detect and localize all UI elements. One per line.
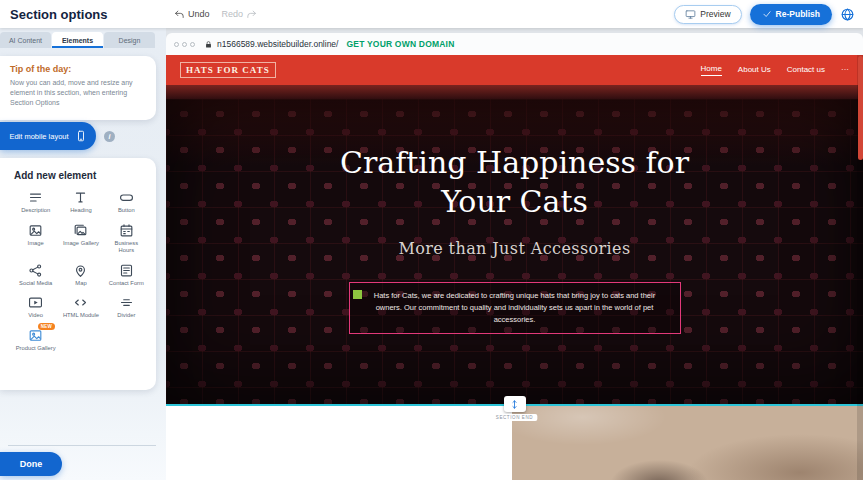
globe-icon[interactable] [840, 7, 855, 22]
element-label: Description [21, 207, 50, 215]
preview-area: n1566589.websitebuilder.online/ GET YOUR… [166, 28, 863, 480]
element-label: Image Gallery [63, 240, 99, 248]
element-business-hours[interactable]: Business Hours [105, 223, 148, 255]
map-icon [73, 263, 88, 278]
element-video[interactable]: Video [14, 295, 57, 320]
tab-ai-content[interactable]: AI Content [0, 32, 51, 48]
element-heading[interactable]: Heading [59, 190, 102, 215]
topbar: Section options Undo Redo Preview Re-Pub… [0, 0, 863, 28]
element-divider[interactable]: Divider [105, 295, 148, 320]
nav-contact-us[interactable]: Contact us [787, 65, 825, 76]
hero-paragraph: Hats for Cats, we are dedicated to craft… [362, 290, 668, 326]
element-label: Button [118, 207, 135, 215]
edit-mobile-row: Edit mobile layout i [0, 122, 115, 150]
business-hours-icon [119, 223, 134, 238]
hero-heading-line2: Your Cats [166, 182, 863, 221]
section-end-label: SECTION END [492, 414, 537, 421]
description-icon [28, 190, 43, 205]
check-icon [762, 9, 772, 19]
social-media-icon [28, 263, 43, 278]
tip-card: Tip of the day: Now you can add, move an… [0, 56, 156, 120]
hero-subheading: More than Just Accessories [166, 239, 863, 258]
hero-section: Crafting Happiness for Your Cats More th… [166, 99, 863, 404]
sidebar-divider [8, 445, 156, 446]
info-icon[interactable]: i [104, 131, 115, 142]
video-icon [28, 295, 43, 310]
image-gallery-icon [73, 223, 88, 238]
element-button[interactable]: Button [105, 190, 148, 215]
element-label: Social Media [19, 280, 52, 288]
window-dot [174, 42, 179, 47]
nav-home[interactable]: Home [701, 64, 722, 76]
element-image[interactable]: Image [14, 223, 57, 255]
edit-mobile-label: Edit mobile layout [9, 132, 68, 141]
hero-heading: Crafting Happiness for Your Cats [166, 99, 863, 221]
vertical-arrows-icon [509, 399, 520, 410]
undo-label: Undo [188, 9, 210, 19]
edit-mobile-layout-button[interactable]: Edit mobile layout [0, 122, 96, 150]
done-button[interactable]: Done [0, 452, 62, 476]
product-gallery-icon: NEW [28, 328, 43, 343]
element-contact-form[interactable]: Contact Form [105, 263, 148, 288]
tab-elements[interactable]: Elements [52, 32, 103, 48]
image-icon [28, 223, 43, 238]
preview-button[interactable]: Preview [674, 5, 741, 24]
redo-button[interactable]: Redo [222, 9, 258, 20]
site-logo[interactable]: HATS FOR CATS [180, 62, 276, 78]
site-nav: HomeAbout UsContact us··· [701, 64, 850, 76]
element-description[interactable]: Description [14, 190, 57, 215]
topbar-actions: Preview Re-Publish [674, 4, 855, 25]
add-new-element-title: Add new element [14, 170, 148, 181]
new-badge: NEW [38, 323, 55, 330]
tip-title: Tip of the day: [10, 64, 146, 74]
button-icon [119, 190, 134, 205]
redo-label: Redo [222, 9, 244, 19]
next-section-left [166, 406, 512, 480]
undo-redo-group: Undo Redo [174, 9, 257, 20]
element-drag-handle[interactable] [353, 290, 362, 299]
site-scrollbar[interactable] [857, 55, 863, 480]
element-label: Image [28, 240, 44, 248]
undo-icon [174, 9, 185, 20]
scrollbar-thumb[interactable] [858, 56, 863, 160]
heading-icon [73, 190, 88, 205]
nav-more[interactable]: ··· [841, 65, 849, 76]
tab-design[interactable]: Design [104, 32, 155, 48]
element-label: Product Gallery [16, 345, 56, 353]
section-resize-handle[interactable] [504, 396, 526, 412]
page-title: Section options [10, 7, 108, 22]
window-dot [182, 42, 187, 47]
redo-icon [246, 9, 257, 20]
element-social-media[interactable]: Social Media [14, 263, 57, 288]
window-dots [174, 42, 195, 47]
hero-paragraph-box[interactable]: Hats for Cats, we are dedicated to craft… [349, 282, 681, 334]
undo-button[interactable]: Undo [174, 9, 210, 20]
element-label: Video [28, 312, 43, 320]
get-own-domain-link[interactable]: GET YOUR OWN DOMAIN [346, 39, 454, 49]
element-label: Divider [117, 312, 135, 320]
browser-bar: n1566589.websitebuilder.online/ GET YOUR… [166, 33, 863, 55]
sidebar-tabs: AI ContentElementsDesign [0, 32, 156, 48]
sidebar: AI ContentElementsDesign Tip of the day:… [0, 28, 166, 480]
element-label: HTML Module [63, 312, 99, 320]
element-image-gallery[interactable]: Image Gallery [59, 223, 102, 255]
hero-top-band [166, 85, 863, 99]
site-preview: HATS FOR CATS HomeAbout UsContact us··· … [166, 55, 863, 480]
element-product-gallery[interactable]: NEWProduct Gallery [14, 328, 57, 353]
element-label: Contact Form [109, 280, 144, 288]
republish-button[interactable]: Re-Publish [750, 4, 832, 25]
monitor-icon [685, 9, 696, 20]
site-header: HATS FOR CATS HomeAbout UsContact us··· [166, 55, 863, 85]
element-map[interactable]: Map [59, 263, 102, 288]
element-label: Business Hours [106, 240, 146, 255]
html-module-icon [73, 295, 88, 310]
element-html-module[interactable]: HTML Module [59, 295, 102, 320]
element-label: Heading [70, 207, 92, 215]
element-grid: DescriptionHeadingButtonImageImage Galle… [14, 190, 148, 352]
screen: Section options Undo Redo Preview Re-Pub… [0, 0, 863, 480]
carpet-photo [512, 406, 863, 480]
hero-heading-line1: Crafting Happiness for [166, 143, 863, 182]
nav-about-us[interactable]: About Us [738, 65, 771, 76]
republish-label: Re-Publish [776, 9, 820, 19]
url-text[interactable]: n1566589.websitebuilder.online/ [217, 39, 338, 49]
